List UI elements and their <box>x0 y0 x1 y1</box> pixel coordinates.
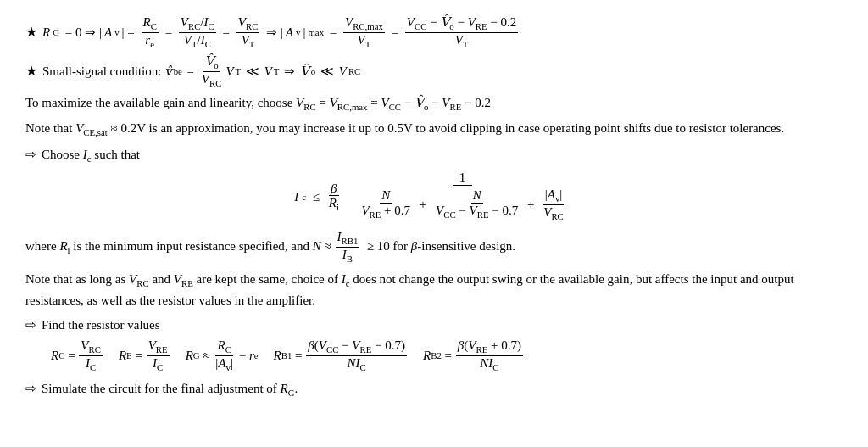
arrow-bullet-2: ⇨ <box>25 316 36 335</box>
frac-vcc-vo-vre-vt: VCC − V̂o − VRE − 0.2 VT <box>405 15 518 50</box>
frac-n-vre: N VRE + 0.7 <box>359 188 412 220</box>
where-ri-para: where Ri is the minimum input resistance… <box>25 230 839 265</box>
frac-vrc-vt2: VRC VT <box>236 15 260 50</box>
simulate-text: Simulate the circuit for the final adjus… <box>42 379 298 400</box>
frac-irb1-ib: IRB1 IB <box>336 230 360 265</box>
rg-formula: RG ≈ RC |Av| − re <box>186 338 259 373</box>
frac-av-vrc: |Av| VRC <box>542 187 565 222</box>
star-bullet-2: ★ <box>25 61 37 81</box>
ic-ineq-lhs: Ic ≤ β Ri 1 N VRE + 0.7 + N VCC − VR <box>294 170 570 223</box>
frac-rc-av: RC |Av| <box>214 338 235 373</box>
find-resistors-section: ⇨ Find the resistor values <box>25 316 839 335</box>
small-signal-eq: v̂be = V̂o VRC VT ≪ VT ⇒ V̂o ≪ VRC <box>164 54 360 89</box>
frac-vrcmax-vt: VRC,max VT <box>343 15 385 50</box>
frac-vrc-vt: VRC/IC VT/IC <box>179 15 216 50</box>
page-content: ★ RG = 0 ⇒ |Av| = RC re = VRC/IC VT/IC =… <box>25 15 839 400</box>
paragraph-1: To maximize the available gain and linea… <box>25 93 839 115</box>
arrow-bullet-1: ⇨ <box>25 145 36 165</box>
choose-ic-section: ⇨ Choose Ic such that <box>25 145 839 165</box>
rb2-formula: RB2 = β(VRE + 0.7) NIC <box>423 338 524 373</box>
frac-vo-vrc: V̂o VRC <box>200 54 224 89</box>
rb1-formula: RB1 = β(VCC − VRE − 0.7) NIC <box>274 338 408 373</box>
note-para: Note that as long as VRC and VRE are kep… <box>25 270 839 310</box>
frac-rb2: β(VRE + 0.7) NIC <box>456 338 523 373</box>
bottom-formulas: RC = VRC IC RE = VRE IC RG ≈ RC |Av| − r… <box>51 338 839 373</box>
frac-beta-ri: β Ri <box>327 182 341 213</box>
frac-rc-re: RC re <box>142 15 159 50</box>
re-formula: RE = VRE IC <box>119 338 170 373</box>
choose-ic-text: Choose Ic such that <box>42 145 140 165</box>
frac-vrc-ic: VRC IC <box>79 338 103 373</box>
star-bullet-1: ★ <box>25 22 37 42</box>
paragraph-2: Note that VCE,sat ≈ 0.2V is an approxima… <box>25 119 839 140</box>
equation-row-1: ★ RG = 0 ⇒ |Av| = RC re = VRC/IC VT/IC =… <box>25 15 839 50</box>
simulate-section: ⇨ Simulate the circuit for the final adj… <box>25 379 839 400</box>
small-signal-label: Small-signal condition: <box>42 62 164 81</box>
eq1-math: RG = 0 ⇒ |Av| = RC re = VRC/IC VT/IC = V… <box>42 15 519 50</box>
ic-inequality: Ic ≤ β Ri 1 N VRE + 0.7 + N VCC − VR <box>25 170 839 223</box>
frac-vre-ic: VRE IC <box>147 338 170 373</box>
frac-rb1: β(VCC − VRE − 0.7) NIC <box>306 338 407 373</box>
frac-n-vcc: N VCC − VRE − 0.7 <box>434 188 520 220</box>
frac-1-over-sum: 1 N VRE + 0.7 + N VCC − VRE − 0.7 + |Av| <box>355 170 569 223</box>
arrow-bullet-3: ⇨ <box>25 379 36 399</box>
equation-row-2: ★ Small-signal condition: v̂be = V̂o VRC… <box>25 54 839 89</box>
rc-formula: RC = VRC IC <box>51 338 103 373</box>
find-resistors-text: Find the resistor values <box>42 316 160 335</box>
